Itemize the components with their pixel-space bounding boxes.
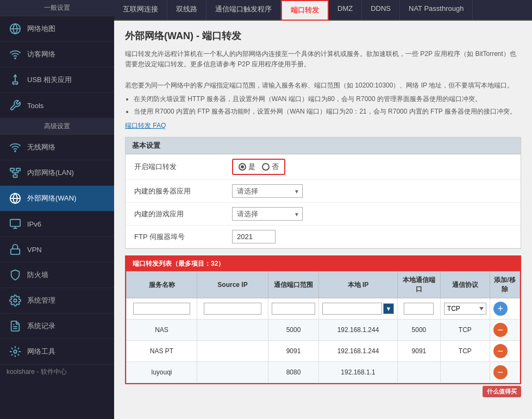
- row-source-ip: [197, 341, 268, 362]
- svg-rect-9: [13, 175, 17, 178]
- sidebar-footer: koolshare - 软件中心: [0, 365, 114, 379]
- input-service-name[interactable]: [133, 303, 190, 315]
- sidebar-item-nettools[interactable]: 网络工具: [0, 339, 114, 365]
- row-protocol: TCP: [440, 320, 490, 341]
- row-local-ip: 192.168.1.1: [319, 362, 398, 383]
- sidebar-item-label: 访客网络: [27, 49, 55, 59]
- sidebar-item-ipv6[interactable]: IPv6: [0, 211, 114, 237]
- sidebar-item-label: IPv6: [27, 220, 41, 228]
- col-source-ip: Source IP: [197, 272, 268, 298]
- sidebar-item-guest-network[interactable]: 访客网络: [0, 42, 114, 67]
- row-protocol: [440, 362, 490, 383]
- tab-trigger[interactable]: 通信端口触发程序: [206, 0, 281, 20]
- port-forward-enable-label: 开启端口转发: [134, 162, 232, 172]
- wan-icon: [8, 191, 23, 206]
- server-apps-select-wrapper: 请选择 ▼: [232, 184, 303, 198]
- port-forward-table-section: 端口转发列表（最多项目：32） 服务名称 Source IP 通信端口范围 本地…: [125, 255, 521, 384]
- server-apps-label: 内建的服务器应用: [134, 186, 232, 196]
- sidebar-item-usb[interactable]: USB 相关应用: [0, 67, 114, 93]
- game-apps-control: 请选择 ▼: [232, 207, 303, 221]
- faq-link[interactable]: 端口转发 FAQ: [125, 121, 166, 130]
- watermark: 什么值得买: [483, 386, 521, 397]
- ip-input-group: ▼: [322, 303, 394, 315]
- general-section-header: 一般设置: [0, 0, 114, 16]
- sidebar-item-tools[interactable]: Tools: [0, 93, 114, 118]
- server-apps-control: 请选择 ▼: [232, 184, 303, 198]
- radio-no-dot: [262, 163, 270, 171]
- game-apps-select-wrapper: 请选择 ▼: [232, 207, 303, 221]
- remove-row-button[interactable]: −: [493, 365, 508, 379]
- tab-ddns[interactable]: DDNS: [362, 0, 400, 20]
- remove-row-button[interactable]: −: [493, 323, 508, 337]
- input-local-ip-cell: ▼: [319, 298, 398, 320]
- server-apps-select[interactable]: 请选择: [232, 184, 303, 198]
- table-header-row: 服务名称 Source IP 通信端口范围 本地 IP 本地通信端口 通信协议 …: [127, 272, 520, 298]
- tab-dualwan[interactable]: 双线路: [167, 0, 206, 20]
- port-table-header: 端口转发列表（最多项目：32）: [126, 257, 520, 271]
- ftp-port-input[interactable]: [232, 230, 276, 243]
- tab-internet[interactable]: 互联网连接: [114, 0, 167, 20]
- svg-rect-16: [10, 220, 20, 227]
- tab-natpassthrough[interactable]: NAT Passthrough: [400, 0, 473, 20]
- wrench-icon: [8, 98, 23, 113]
- sidebar-item-firewall[interactable]: 防火墙: [0, 262, 114, 288]
- sidebar-item-label: 防火墙: [27, 270, 48, 280]
- ip-dropdown-button[interactable]: ▼: [383, 303, 394, 314]
- row-service: NAS PT: [127, 341, 197, 362]
- row-local-port: 9091: [398, 341, 441, 362]
- game-apps-select[interactable]: 请选择: [232, 207, 303, 221]
- radio-yes[interactable]: 是: [239, 162, 255, 172]
- ftp-port-control: [232, 230, 276, 243]
- port-forward-enable-control: 是 否: [232, 159, 285, 175]
- svg-rect-17: [11, 249, 20, 254]
- row-action: −: [490, 341, 520, 362]
- remove-row-button[interactable]: −: [493, 344, 508, 358]
- sidebar-item-syslog[interactable]: 系统记录: [0, 314, 114, 339]
- game-apps-row: 内建的游戏应用 请选择 ▼: [126, 203, 521, 226]
- ftp-port-label: FTP 伺服器埠号: [134, 232, 232, 242]
- input-protocol-select[interactable]: TCP UDP TCP/UDP: [444, 303, 486, 315]
- input-local-port[interactable]: [404, 303, 434, 315]
- row-action: −: [490, 320, 520, 341]
- sidebar-item-vpn[interactable]: VPN: [0, 237, 114, 262]
- sidebar-item-wan[interactable]: 外部网络(WAN): [0, 186, 114, 211]
- sidebar: 一般设置 网络地图 访客网络 USB 相关应用 Tools 高级设置: [0, 0, 114, 419]
- sidebar-item-wireless[interactable]: 无线网络: [0, 135, 114, 160]
- input-source-ip[interactable]: [204, 303, 261, 315]
- sidebar-item-label: 系统管理: [27, 296, 55, 305]
- gear-icon: [8, 293, 23, 308]
- sidebar-item-sysadmin[interactable]: 系统管理: [0, 288, 114, 314]
- input-port-range-cell: [268, 298, 319, 320]
- page-title: 外部网络(WAN) - 端口转发: [125, 29, 521, 42]
- server-apps-row: 内建的服务器应用 请选择 ▼: [126, 180, 521, 203]
- row-service: luyouqi: [127, 362, 197, 383]
- wifi-icon: [8, 47, 23, 62]
- input-local-ip[interactable]: [322, 303, 382, 315]
- tab-dmz[interactable]: DMZ: [329, 0, 362, 20]
- row-protocol: TCP: [440, 341, 490, 362]
- tab-portforward[interactable]: 端口转发: [281, 0, 329, 21]
- main-content: 互联网连接 双线路 通信端口触发程序 端口转发 DMZ DDNS NAT Pas…: [114, 0, 532, 419]
- sidebar-item-lan[interactable]: 内部网络(LAN): [0, 160, 114, 186]
- input-service-cell: [127, 298, 197, 320]
- row-source-ip: [197, 320, 268, 341]
- col-port-range: 通信端口范围: [268, 272, 319, 298]
- sidebar-item-label: VPN: [27, 246, 42, 254]
- globe-icon: [8, 21, 23, 36]
- row-service: NAS: [127, 320, 197, 341]
- input-port-range[interactable]: [272, 303, 315, 315]
- table-row: NAS 5000 192.168.1.244 5000 TCP −: [127, 320, 520, 341]
- top-navigation: 互联网连接 双线路 通信端口触发程序 端口转发 DMZ DDNS NAT Pas…: [114, 0, 532, 21]
- radio-group-enable: 是 否: [232, 159, 285, 175]
- sidebar-item-network-map[interactable]: 网络地图: [0, 16, 114, 42]
- row-local-port: [398, 362, 441, 383]
- sidebar-item-label: 系统记录: [27, 321, 55, 331]
- lan-icon: [8, 165, 23, 180]
- sidebar-item-label: 内部网络(LAN): [27, 168, 74, 178]
- basic-settings-section: 基本设置 开启端口转发 是: [125, 137, 521, 249]
- input-protocol-cell: TCP UDP TCP/UDP: [440, 298, 490, 320]
- sidebar-item-label: 网络地图: [27, 24, 55, 34]
- radio-no[interactable]: 否: [262, 162, 279, 172]
- add-row-button[interactable]: +: [493, 302, 508, 316]
- row-port-range: 9091: [268, 341, 319, 362]
